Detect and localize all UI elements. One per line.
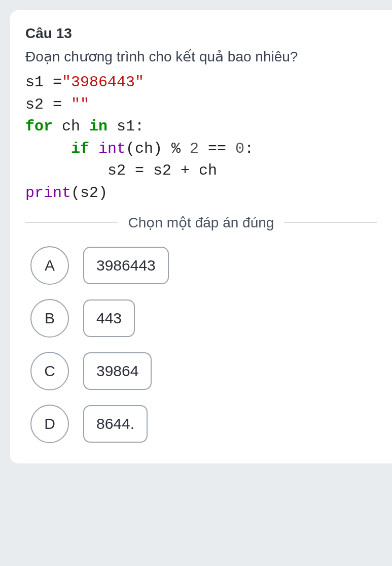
option-value: 8644. <box>83 405 148 443</box>
options-list: A 3986443 B 443 C 39864 D 8644. <box>25 246 377 443</box>
code-token: = <box>53 96 71 113</box>
option-c[interactable]: C 39864 <box>30 352 377 390</box>
question-number: Câu 13 <box>25 25 377 42</box>
divider-line <box>284 222 377 223</box>
code-token: s2 = s2 + ch <box>108 162 217 179</box>
code-operator: == <box>199 140 235 157</box>
code-keyword: if <box>71 140 89 157</box>
option-letter: B <box>30 299 69 338</box>
code-token: (ch) <box>126 140 171 157</box>
code-string: "" <box>71 96 89 113</box>
code-token: s1: <box>108 118 144 135</box>
code-token: = <box>53 74 62 91</box>
code-token: s2 <box>25 96 53 113</box>
question-card: Câu 13 Đoạn chương trình cho kết quả bao… <box>10 10 392 463</box>
divider-line <box>25 222 118 223</box>
code-indent <box>25 140 71 157</box>
question-text: Đoạn chương trình cho kết quả bao nhiêu? <box>25 47 377 66</box>
option-value: 3986443 <box>83 247 169 284</box>
code-token: ch <box>53 118 89 135</box>
code-number: 0 <box>235 140 244 157</box>
code-function: print <box>25 184 71 202</box>
code-keyword: for <box>25 118 53 135</box>
instruction-text: Chọn một đáp án đúng <box>118 214 284 231</box>
option-a[interactable]: A 3986443 <box>30 246 377 285</box>
option-d[interactable]: D 8644. <box>30 405 377 443</box>
code-token: s1 <box>25 74 53 91</box>
option-value: 443 <box>83 299 135 337</box>
code-token: (s2) <box>71 184 108 202</box>
code-keyword: in <box>89 118 108 135</box>
code-block: s1 ="3986443" s2 = "" for ch in s1: if i… <box>25 72 377 204</box>
option-value: 39864 <box>83 352 152 390</box>
option-letter: C <box>30 352 69 390</box>
code-string: "3986443" <box>62 74 144 91</box>
option-letter: A <box>30 246 69 285</box>
option-letter: D <box>30 405 69 443</box>
instruction-divider: Chọn một đáp án đúng <box>25 214 377 231</box>
code-number: 2 <box>190 140 199 157</box>
code-token: : <box>244 140 254 157</box>
code-indent <box>25 162 108 179</box>
code-operator: % <box>171 140 190 157</box>
option-b[interactable]: B 443 <box>30 299 377 338</box>
code-function: int <box>89 140 126 157</box>
